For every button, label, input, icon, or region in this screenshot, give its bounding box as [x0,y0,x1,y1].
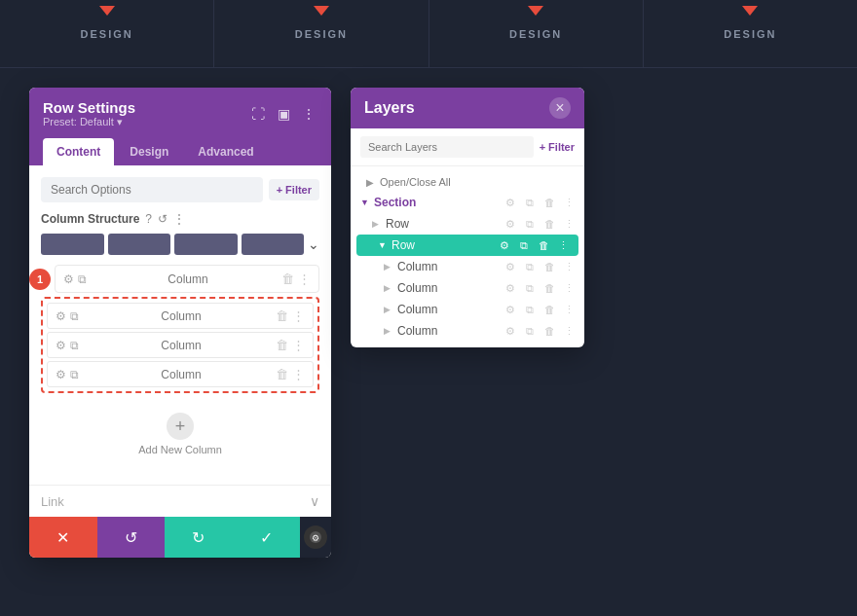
col-preset-4[interactable] [242,234,305,255]
layers-close-button[interactable]: × [549,97,571,119]
gear-icon-1[interactable]: ⚙ [63,272,74,286]
layer-name-col-3: Column [397,303,503,316]
copy-icon-2[interactable]: ⧉ [70,309,79,323]
layer-delete-icon-r1[interactable]: 🗑 [541,218,557,230]
layer-toggle-col-3: ▶ [384,305,393,314]
layout-icon[interactable]: ▣ [275,105,292,123]
layer-item-col-3[interactable]: ▶ Column ⚙ ⧉ 🗑 ⋮ [351,299,584,320]
layer-item-col-2[interactable]: ▶ Column ⚙ ⧉ 🗑 ⋮ [351,277,584,299]
layer-more-icon-r2[interactable]: ⋮ [555,239,571,252]
toolbar-extra: ⚙ [300,517,331,558]
layer-toggle-col-4: ▶ [384,326,393,336]
layer-delete-icon-c2[interactable]: 🗑 [541,282,557,294]
gear-icon-2[interactable]: ⚙ [56,309,66,323]
layer-item-row-1[interactable]: ▶ Row ⚙ ⧉ 🗑 ⋮ [351,213,584,235]
nav-item-1[interactable]: DESIGN [0,0,214,67]
layer-copy-icon-c4[interactable]: ⧉ [522,325,538,338]
nav-arrow-4 [742,6,758,16]
nav-label-4: DESIGN [724,28,776,40]
fullscreen-icon[interactable]: ⛶ [249,105,267,123]
nav-item-4[interactable]: DESIGN [644,0,857,67]
layer-item-col-4[interactable]: ▶ Column ⚙ ⧉ 🗑 ⋮ [351,320,584,342]
layer-settings-icon-c3[interactable]: ⚙ [503,304,518,316]
layer-delete-icon-c1[interactable]: 🗑 [541,261,557,272]
undo-button[interactable]: ↺ [97,517,166,558]
layer-copy-icon-r1[interactable]: ⧉ [522,218,538,231]
help-icon[interactable]: ? [145,212,152,226]
delete-icon-2[interactable]: 🗑 [276,308,288,323]
layer-settings-icon-c2[interactable]: ⚙ [503,282,518,295]
save-button[interactable]: ✓ [233,517,301,558]
layer-item-row-2-active[interactable]: ▼ Row ⚙ ⧉ 🗑 ⋮ [356,235,578,256]
tab-content[interactable]: Content [43,138,114,165]
tab-advanced[interactable]: Advanced [184,138,267,165]
col-preset-1[interactable] [41,234,104,255]
open-close-arrow-icon: ▶ [366,177,374,188]
redo-button[interactable]: ↻ [165,517,233,558]
delete-icon-4[interactable]: 🗑 [276,367,288,381]
more-icon[interactable]: ⋮ [300,105,317,123]
layer-item-col-1[interactable]: ▶ Column ⚙ ⧉ 🗑 ⋮ [351,256,584,277]
cancel-button[interactable]: ✕ [29,517,97,558]
layers-search-input[interactable] [360,136,534,158]
more-icon-2[interactable]: ⋮ [292,308,305,323]
copy-icon-4[interactable]: ⧉ [70,368,79,381]
layer-copy-icon-c2[interactable]: ⧉ [522,282,538,295]
gear-icon-4[interactable]: ⚙ [56,368,66,381]
layer-more-icon-c3[interactable]: ⋮ [561,304,577,316]
layer-name-col-2: Column [397,281,503,295]
col-preset-3[interactable] [174,234,238,255]
more-icon-3[interactable]: ⋮ [292,338,305,352]
panel-title-area: Row Settings Preset: Default ▾ [43,99,249,128]
copy-icon-3[interactable]: ⧉ [70,339,79,352]
layer-delete-icon-c4[interactable]: 🗑 [541,325,557,337]
delete-icon-3[interactable]: 🗑 [276,338,288,352]
more-col-icon[interactable]: ⋮ [173,212,185,226]
layer-settings-icon-c4[interactable]: ⚙ [503,325,518,338]
layer-settings-icon-r2[interactable]: ⚙ [497,239,512,252]
layer-more-icon-r1[interactable]: ⋮ [561,218,577,231]
col-preset-arrow[interactable]: ⌄ [308,236,319,252]
nav-item-3[interactable]: DESIGN [429,0,644,67]
layer-delete-icon-r2[interactable]: 🗑 [536,239,551,251]
add-column-button[interactable]: + [167,413,194,440]
row-settings-panel: Row Settings Preset: Default ▾ ⛶ ▣ ⋮ Con… [29,88,331,558]
panel-preset[interactable]: Preset: Default ▾ [43,116,249,128]
layer-settings-icon-c1[interactable]: ⚙ [503,261,518,273]
panel-header-icons: ⛶ ▣ ⋮ [249,105,317,123]
layer-actions-col-1: ⚙ ⧉ 🗑 ⋮ [503,261,577,273]
column-presets: ⌄ [41,234,319,255]
layers-search-row: + Filter [351,128,584,166]
layers-filter-button[interactable]: + Filter [540,141,575,153]
layer-more-icon[interactable]: ⋮ [561,197,577,209]
column-label-4: Column [87,368,276,381]
layer-item-section[interactable]: ▼ Section ⚙ ⧉ 🗑 ⋮ [351,192,584,213]
layer-more-icon-c2[interactable]: ⋮ [561,282,577,295]
copy-icon-1[interactable]: ⧉ [78,272,87,286]
more-icon-1[interactable]: ⋮ [298,272,311,286]
column-structure-label: Column Structure [41,212,139,226]
layer-delete-icon[interactable]: 🗑 [541,197,557,208]
layer-copy-icon[interactable]: ⧉ [522,197,538,209]
reset-icon[interactable]: ↺ [158,212,168,226]
layer-more-icon-c1[interactable]: ⋮ [561,261,577,273]
gear-icon-3[interactable]: ⚙ [56,339,66,352]
delete-icon-1[interactable]: 🗑 [281,272,294,286]
layer-more-icon-c4[interactable]: ⋮ [561,325,577,338]
layer-copy-icon-c1[interactable]: ⧉ [522,261,538,273]
layer-delete-icon-c3[interactable]: 🗑 [541,304,557,315]
layer-copy-icon-r2[interactable]: ⧉ [516,239,532,252]
layer-copy-icon-c3[interactable]: ⧉ [522,304,538,316]
layers-body: ▶ Open/Close All ▼ Section ⚙ ⧉ 🗑 ⋮ ▶ Row [351,166,584,347]
more-icon-4[interactable]: ⋮ [292,367,305,381]
filter-button[interactable]: + Filter [269,179,319,200]
nav-item-2[interactable]: DESIGN [214,0,428,67]
open-close-all[interactable]: ▶ Open/Close All [351,172,584,192]
tab-design[interactable]: Design [116,138,182,165]
layer-settings-icon[interactable]: ⚙ [503,197,518,209]
link-row[interactable]: Link ∨ [29,485,331,517]
search-options-input[interactable] [41,177,263,202]
layer-settings-icon-r1[interactable]: ⚙ [503,218,518,231]
col-preset-2[interactable] [108,234,171,255]
layers-header: Layers × [351,88,584,128]
